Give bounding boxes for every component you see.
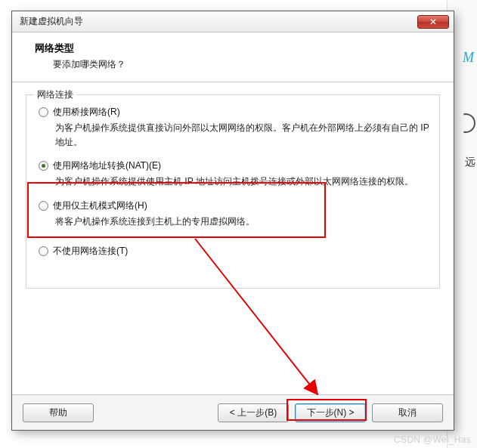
radio-row-nat[interactable]: 使用网络地址转换(NAT)(E) — [39, 159, 430, 172]
bg-circle-icon — [456, 113, 475, 133]
cancel-button[interactable]: 取消 — [372, 403, 443, 422]
network-connection-group: 网络连接 使用桥接网络(R) 为客户机操作系统提供直接访问外部以太网网络的权限。… — [26, 94, 440, 289]
wizard-dialog: 新建虚拟机向导 ✕ 网络类型 要添加哪类网络？ 网络连接 使用桥接网络(R) 为… — [11, 11, 454, 431]
option-nat: 使用网络地址转换(NAT)(E) 为客户机操作系统提供使用主机 IP 地址访问主… — [36, 159, 430, 189]
radio-label-none: 不使用网络连接(T) — [53, 245, 128, 258]
option-bridged: 使用桥接网络(R) 为客户机操作系统提供直接访问外部以太网网络的权限。客户机在外… — [36, 106, 430, 149]
radio-nat[interactable] — [39, 161, 48, 171]
radio-bridged[interactable] — [39, 107, 48, 117]
page-watermark: CSDN @Wei_Has — [394, 434, 471, 445]
radio-label-hostonly: 使用仅主机模式网络(H) — [53, 199, 147, 212]
close-icon: ✕ — [429, 17, 437, 26]
group-legend: 网络连接 — [34, 88, 76, 101]
page-subtitle: 要添加哪类网络？ — [35, 58, 446, 71]
titlebar: 新建虚拟机向导 ✕ — [12, 11, 454, 32]
help-button[interactable]: 帮助 — [23, 403, 94, 422]
option-hostonly: 使用仅主机模式网络(H) 将客户机操作系统连接到主机上的专用虚拟网络。 — [36, 199, 430, 229]
wizard-header: 网络类型 要添加哪类网络？ — [12, 32, 454, 82]
wizard-body: 网络连接 使用桥接网络(R) 为客户机操作系统提供直接访问外部以太网网络的权限。… — [12, 82, 454, 296]
bg-text: 远 — [465, 156, 475, 169]
radio-label-bridged: 使用桥接网络(R) — [53, 106, 120, 119]
radio-label-nat: 使用网络地址转换(NAT)(E) — [53, 159, 161, 172]
page-title: 网络类型 — [35, 42, 446, 55]
radio-row-bridged[interactable]: 使用桥接网络(R) — [39, 106, 430, 119]
window-title: 新建虚拟机向导 — [20, 15, 417, 28]
radio-row-hostonly[interactable]: 使用仅主机模式网络(H) — [39, 199, 430, 212]
option-none: 不使用网络连接(T) — [36, 245, 430, 258]
radio-row-none[interactable]: 不使用网络连接(T) — [39, 245, 430, 258]
radio-none[interactable] — [39, 246, 48, 256]
wizard-footer: 帮助 < 上一步(B) 下一步(N) > 取消 — [12, 394, 454, 430]
next-button[interactable]: 下一步(N) > — [295, 403, 366, 422]
desc-nat: 为客户机操作系统提供使用主机 IP 地址访问主机拨号连接或外部以太网网络连接的权… — [39, 172, 430, 189]
close-button[interactable]: ✕ — [417, 15, 449, 29]
bg-letter: M — [463, 50, 474, 66]
back-button[interactable]: < 上一步(B) — [218, 403, 289, 422]
desc-bridged: 为客户机操作系统提供直接访问外部以太网网络的权限。客户机在外部网络上必须有自己的… — [39, 119, 430, 149]
radio-hostonly[interactable] — [39, 201, 48, 211]
desc-hostonly: 将客户机操作系统连接到主机上的专用虚拟网络。 — [39, 212, 430, 229]
